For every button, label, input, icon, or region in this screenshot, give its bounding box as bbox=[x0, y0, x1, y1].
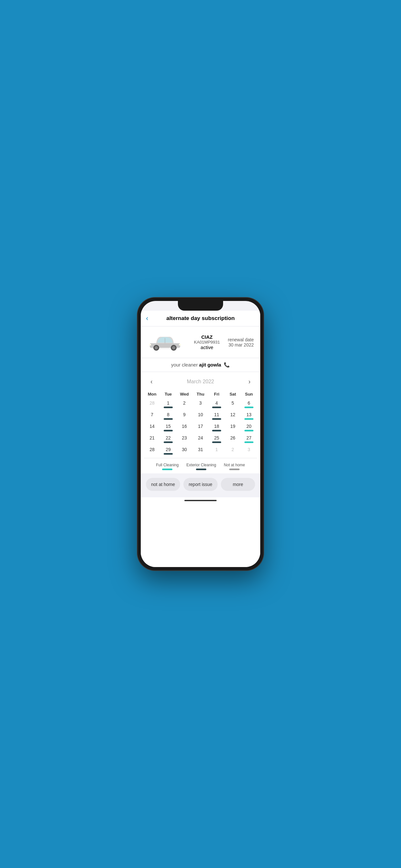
table-row[interactable]: 16 bbox=[176, 423, 192, 433]
table-row[interactable]: 31 bbox=[192, 445, 209, 457]
table-row[interactable]: 13 bbox=[241, 411, 257, 422]
calendar-week-1: 28123456 bbox=[144, 399, 257, 410]
table-row[interactable]: 29 bbox=[160, 445, 176, 457]
svg-point-5 bbox=[172, 346, 175, 349]
table-row[interactable]: 17 bbox=[192, 423, 209, 433]
calendar-date-number: 3 bbox=[248, 447, 250, 452]
calendar-date-number: 26 bbox=[230, 435, 235, 440]
calendar-date-number: 24 bbox=[198, 435, 203, 440]
table-row[interactable]: 2 bbox=[225, 445, 241, 457]
table-row[interactable]: 26 bbox=[225, 434, 241, 445]
prev-month-button[interactable]: ‹ bbox=[147, 376, 156, 386]
table-row[interactable]: 14 bbox=[144, 423, 160, 433]
renewal-label: renewal date bbox=[228, 337, 254, 342]
table-row[interactable]: 21 bbox=[144, 434, 160, 445]
action-buttons: not at home report issue more bbox=[141, 473, 260, 497]
table-row[interactable]: 11 bbox=[209, 411, 225, 422]
calendar-date-number: 22 bbox=[166, 435, 171, 440]
back-button[interactable]: ‹ bbox=[146, 314, 148, 322]
table-row[interactable]: 25 bbox=[209, 434, 225, 445]
calendar-date-number: 14 bbox=[150, 424, 155, 429]
table-row[interactable]: 30 bbox=[176, 445, 192, 457]
calendar-bar-indicator bbox=[164, 418, 173, 420]
calendar-date-number: 2 bbox=[232, 447, 234, 452]
legend-not-at-home: Not at home bbox=[224, 463, 245, 470]
table-row[interactable]: 4 bbox=[209, 399, 225, 410]
legend-section: Full Cleaning Exterior Cleaning Not at h… bbox=[144, 458, 257, 473]
calendar-date-number: 30 bbox=[182, 447, 187, 452]
day-header-tue: Tue bbox=[160, 391, 176, 398]
calendar-grid: Mon Tue Wed Thu Fri Sat Sun 281234567891… bbox=[144, 389, 257, 457]
table-row[interactable]: 28 bbox=[144, 445, 160, 457]
calendar-bar-indicator bbox=[164, 407, 173, 408]
calendar-bar-indicator bbox=[164, 441, 173, 443]
table-row[interactable]: 2 bbox=[176, 399, 192, 410]
phone-icon[interactable]: 📞 bbox=[224, 362, 230, 368]
calendar-month: March 2022 bbox=[187, 379, 214, 384]
table-row[interactable]: 9 bbox=[176, 411, 192, 422]
legend-exterior-cleaning-label: Exterior Cleaning bbox=[186, 463, 216, 467]
next-month-button[interactable]: › bbox=[245, 376, 254, 386]
calendar-date-number: 18 bbox=[214, 424, 219, 429]
table-row[interactable]: 7 bbox=[144, 411, 160, 422]
calendar-bar-indicator bbox=[212, 407, 221, 408]
calendar-bar-indicator bbox=[212, 418, 221, 420]
calendar-date-number: 31 bbox=[198, 447, 203, 452]
calendar-date-number: 3 bbox=[199, 400, 202, 406]
calendar-date-number: 13 bbox=[246, 412, 251, 417]
legend-full-cleaning: Full Cleaning bbox=[156, 463, 179, 470]
table-row[interactable]: 20 bbox=[241, 423, 257, 433]
table-row[interactable]: 3 bbox=[241, 445, 257, 457]
calendar-date-number: 5 bbox=[232, 400, 234, 406]
table-row[interactable]: 10 bbox=[192, 411, 209, 422]
table-row[interactable]: 1 bbox=[160, 399, 176, 410]
calendar-date-number: 16 bbox=[182, 424, 187, 429]
legend-not-at-home-label: Not at home bbox=[224, 463, 245, 467]
table-row[interactable]: 28 bbox=[144, 399, 160, 410]
calendar-date-number: 7 bbox=[151, 412, 153, 417]
calendar-header-row: Mon Tue Wed Thu Fri Sat Sun bbox=[144, 389, 257, 399]
day-header-sat: Sat bbox=[225, 391, 241, 398]
table-row[interactable]: 22 bbox=[160, 434, 176, 445]
cleaner-row: your cleaner ajit gowla 📞 bbox=[141, 358, 260, 372]
more-button[interactable]: more bbox=[221, 478, 255, 491]
renewal-info: renewal date 30 mar 2022 bbox=[228, 337, 254, 347]
vehicle-info: CIAZ KA01MP9931 active bbox=[186, 334, 228, 350]
vehicle-status: active bbox=[186, 345, 228, 350]
table-row[interactable]: 24 bbox=[192, 434, 209, 445]
calendar-date-number: 4 bbox=[215, 400, 218, 406]
legend-exterior-cleaning-bar bbox=[196, 469, 206, 470]
day-header-mon: Mon bbox=[144, 391, 160, 398]
table-row[interactable]: 3 bbox=[192, 399, 209, 410]
table-row[interactable]: 12 bbox=[225, 411, 241, 422]
table-row[interactable]: 6 bbox=[241, 399, 257, 410]
calendar-week-2: 78910111213 bbox=[144, 411, 257, 422]
legend-full-cleaning-label: Full Cleaning bbox=[156, 463, 179, 467]
calendar-bar-indicator bbox=[244, 441, 253, 443]
calendar-week-4: 21222324252627 bbox=[144, 434, 257, 445]
calendar-date-number: 15 bbox=[166, 424, 171, 429]
calendar-date-number: 29 bbox=[166, 447, 171, 452]
svg-rect-6 bbox=[179, 344, 181, 345]
table-row[interactable]: 19 bbox=[225, 423, 241, 433]
table-row[interactable]: 5 bbox=[225, 399, 241, 410]
day-header-thu: Thu bbox=[192, 391, 209, 398]
report-issue-button[interactable]: report issue bbox=[183, 478, 218, 491]
calendar-bar-indicator bbox=[212, 441, 221, 443]
not-at-home-button[interactable]: not at home bbox=[146, 478, 180, 491]
calendar-date-number: 6 bbox=[248, 400, 250, 406]
table-row[interactable]: 27 bbox=[241, 434, 257, 445]
legend-exterior-cleaning: Exterior Cleaning bbox=[186, 463, 216, 470]
table-row[interactable]: 23 bbox=[176, 434, 192, 445]
table-row[interactable]: 15 bbox=[160, 423, 176, 433]
table-row[interactable]: 8 bbox=[160, 411, 176, 422]
legend-not-at-home-bar bbox=[229, 469, 240, 470]
table-row[interactable]: 18 bbox=[209, 423, 225, 433]
home-indicator bbox=[141, 497, 260, 504]
table-row[interactable]: 1 bbox=[209, 445, 225, 457]
calendar-body: 2812345678910111213141516171819202122232… bbox=[144, 399, 257, 457]
calendar-date-number: 8 bbox=[167, 412, 169, 417]
calendar-date-number: 12 bbox=[230, 412, 235, 417]
calendar-date-number: 23 bbox=[182, 435, 187, 440]
cleaner-name: ajit gowla bbox=[199, 362, 221, 368]
